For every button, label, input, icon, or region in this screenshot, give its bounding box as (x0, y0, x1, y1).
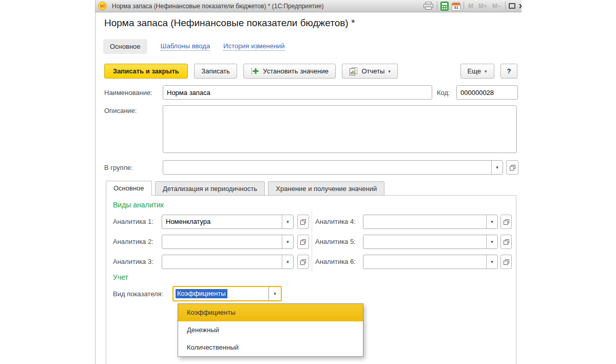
analytics2-dropdown-button[interactable]: ▾ (282, 235, 293, 248)
description-field-label: Описание: (104, 107, 137, 114)
detail-tabs: Основное Детализация и периодичность Хра… (106, 181, 386, 196)
caret-down-icon: ▾ (286, 239, 289, 244)
memory-plus-button[interactable]: M+ (477, 3, 488, 10)
choose-icon (503, 259, 510, 265)
caret-down-icon: ▾ (485, 69, 487, 74)
indicator-kind-dropdown-button[interactable]: ▾ (268, 287, 281, 300)
more-button[interactable]: Еще ▾ (460, 64, 494, 79)
group-field-label: В группе: (104, 164, 133, 171)
analytics2-choose-button[interactable] (297, 235, 309, 249)
indicator-kind-combo[interactable]: Коэффициенты ▾ (172, 286, 282, 301)
code-input[interactable] (456, 85, 518, 100)
group-choose-button[interactable] (506, 160, 518, 175)
save-button[interactable]: Записать (194, 64, 237, 79)
analytics3-dropdown-button[interactable]: ▾ (282, 255, 293, 269)
help-button[interactable]: ? (500, 64, 517, 79)
calculator-icon[interactable] (440, 2, 449, 11)
set-value-label: Установить значение (263, 67, 329, 75)
analytics5-dropdown-button[interactable]: ▾ (486, 235, 497, 248)
choose-icon (503, 219, 510, 225)
caret-down-icon: ▾ (274, 291, 276, 296)
analytics1-value: Номенклатура (166, 215, 210, 228)
print-icon[interactable] (423, 2, 434, 10)
dropdown-option-coefficients[interactable]: Коэффициенты (178, 304, 363, 321)
green-plus-icon (251, 67, 259, 75)
analytics1-combo-field[interactable]: Номенклатура ▾ (162, 215, 294, 229)
memory-recall-button[interactable]: M (467, 3, 474, 10)
analytics3-label: Аналитика 3: (113, 255, 153, 269)
analytics6-combo-field[interactable]: ▾ (363, 255, 498, 269)
calendar-day-label: 31 (452, 5, 460, 10)
analytics3-combo-field[interactable]: ▾ (162, 255, 294, 269)
analytics4-dropdown-button[interactable]: ▾ (486, 215, 497, 228)
group-combo-field[interactable]: ▾ (163, 160, 503, 175)
dropdown-option-monetary[interactable]: Денежный (178, 321, 363, 339)
tab-storage-values[interactable]: Хранение и получение значений (268, 181, 384, 196)
close-button[interactable]: ✕ (518, 2, 522, 10)
nav-link-input-templates[interactable]: Шаблоны ввода (161, 42, 210, 51)
indicator-kind-dropdown-list: Коэффициенты Денежный Количественный (178, 303, 363, 357)
caret-down-icon: ▾ (388, 69, 391, 74)
analytics5-combo-field[interactable]: ▾ (363, 235, 498, 249)
tab-detail-periodicity[interactable]: Детализация и периодичность (155, 181, 265, 196)
analytics3-choose-button[interactable] (297, 255, 309, 269)
caret-down-icon: ▾ (491, 239, 493, 244)
description-textarea[interactable] (163, 105, 517, 153)
analytics6-label: Аналитика 6: (315, 255, 356, 269)
page-title: Норма запаса (Нефинансовые показатели бю… (104, 17, 355, 29)
nav-link-change-history[interactable]: История изменений (223, 42, 285, 51)
name-field-label: Наименование: (104, 89, 152, 97)
caret-down-icon: ▾ (286, 219, 289, 224)
calendar-icon[interactable]: 31 (452, 2, 460, 11)
analytics6-choose-button[interactable] (500, 255, 512, 269)
dropdown-option-quantitative[interactable]: Количественный (178, 339, 363, 356)
toolbar-right-group: Еще ▾ ? (460, 64, 517, 79)
analytics2-label: Аналитика 2: (113, 235, 153, 249)
analytics4-label: Аналитика 4: (315, 215, 356, 229)
analytics1-choose-button[interactable] (297, 215, 309, 229)
analytics4-combo-field[interactable]: ▾ (363, 215, 498, 229)
maximize-button[interactable] (509, 3, 515, 9)
1c-logo-icon: 1С (98, 2, 107, 10)
caret-down-icon: ▾ (496, 165, 498, 170)
caret-down-icon: ▾ (491, 259, 493, 264)
accounting-section-title: Учет (113, 273, 128, 281)
window-titlebar: 1С Норма запаса (Нефинансовые показатели… (95, 0, 522, 12)
set-value-button[interactable]: Установить значение (243, 64, 336, 79)
column-separator (312, 211, 312, 273)
tab-content-panel: Виды аналитик Аналитика 1: Номенклатура … (106, 195, 516, 364)
choose-icon (300, 259, 306, 265)
1c-logo-text: 1С (100, 4, 105, 8)
caret-down-icon: ▾ (286, 259, 289, 264)
analytics4-choose-button[interactable] (500, 215, 512, 229)
name-input[interactable] (163, 85, 432, 100)
caret-down-icon: ▾ (491, 219, 493, 224)
choose-icon (509, 164, 516, 171)
app-window: 1С Норма запаса (Нефинансовые показатели… (95, 0, 522, 364)
group-dropdown-button[interactable]: ▾ (491, 161, 503, 174)
window-title: Норма запаса (Нефинансовые показатели бю… (112, 3, 423, 10)
indicator-kind-selected-value: Коэффициенты (176, 289, 227, 298)
titlebar-separator (505, 2, 506, 10)
analytics6-dropdown-button[interactable]: ▾ (486, 255, 497, 269)
save-and-close-button[interactable]: Записать и закрыть (104, 64, 188, 79)
reports-button[interactable]: Отчеты ▾ (342, 64, 397, 79)
analytics2-combo-field[interactable]: ▾ (162, 235, 294, 249)
indicator-kind-label: Вид показателя: (113, 286, 163, 302)
choose-icon (300, 239, 306, 245)
code-field-label: Код: (437, 89, 450, 97)
analytics5-label: Аналитика 5: (315, 235, 356, 249)
analytics5-choose-button[interactable] (500, 235, 512, 249)
nav-tab-main[interactable]: Основное (103, 39, 147, 54)
analytics1-label: Аналитика 1: (113, 215, 153, 229)
analytics-section-title: Виды аналитик (113, 201, 164, 209)
titlebar-separator (464, 2, 464, 10)
analytics1-dropdown-button[interactable]: ▾ (282, 215, 293, 228)
choose-icon (300, 219, 306, 225)
report-icon (349, 67, 358, 75)
toolbar: Записать и закрыть Записать Установить з… (104, 64, 517, 79)
choose-icon (503, 239, 510, 245)
tab-main[interactable]: Основное (106, 181, 152, 196)
memory-minus-button[interactable]: M− (491, 3, 502, 10)
titlebar-separator (437, 2, 437, 10)
